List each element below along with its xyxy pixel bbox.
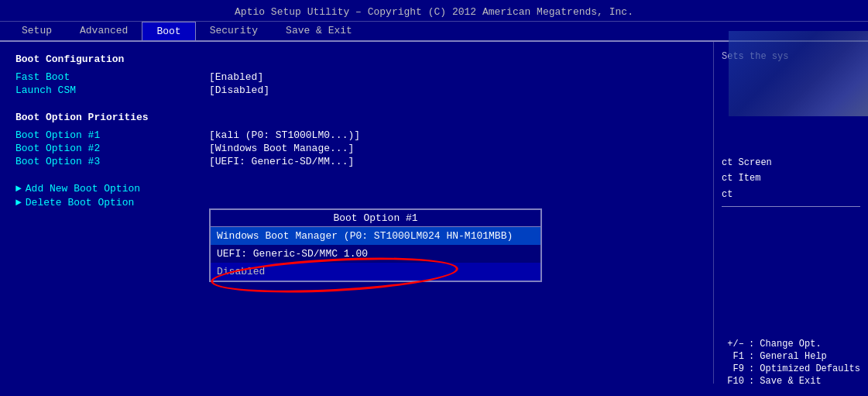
launch-csm-label: Launch CSM bbox=[15, 84, 209, 96]
boot-option-3-value[interactable]: [UEFI: Generic-SD/MM...] bbox=[209, 156, 354, 167]
boot-option-1-value[interactable]: [kali (P0: ST1000LM0...)] bbox=[209, 129, 360, 141]
fast-boot-label: Fast Boot bbox=[15, 71, 209, 83]
delete-boot-option-label: Delete Boot Option bbox=[26, 197, 134, 208]
boot-option-1-label: Boot Option #1 bbox=[15, 129, 209, 141]
fast-boot-row: Fast Boot [Enabled] bbox=[15, 71, 698, 83]
right-labels: ct Screen ct Item ct bbox=[722, 155, 860, 202]
key-row-1: F1 : General Help bbox=[717, 351, 860, 362]
right-label-1: ct Screen bbox=[722, 155, 860, 170]
key-name-2: F9 bbox=[717, 363, 744, 374]
boot-option-1-row: Boot Option #1 [kali (P0: ST1000LM0...)] bbox=[15, 129, 698, 141]
key-hints: +/– : Change Opt. F1 : General Help F9 :… bbox=[717, 339, 860, 388]
right-label-3: ct bbox=[722, 187, 860, 202]
key-desc-0: : Change Opt. bbox=[749, 339, 822, 350]
launch-csm-row: Launch CSM [Disabled] bbox=[15, 84, 698, 96]
title-text: Aptio Setup Utility – Copyright (C) 2012… bbox=[235, 6, 633, 18]
tab-save-exit[interactable]: Save & Exit bbox=[272, 22, 366, 40]
arrow-icon-delete: ► bbox=[15, 197, 22, 208]
boot-option-dropdown: Boot Option #1 Windows Boot Manager (P0:… bbox=[209, 208, 542, 282]
tab-advanced[interactable]: Advanced bbox=[66, 22, 142, 40]
right-divider bbox=[722, 206, 860, 207]
key-row-3: F10 : Save & Exit bbox=[717, 376, 860, 387]
boot-priorities-title: Boot Option Priorities bbox=[15, 112, 698, 123]
add-boot-option-label: Add New Boot Option bbox=[26, 183, 140, 195]
dropdown-title: Boot Option #1 bbox=[211, 210, 540, 227]
boot-option-2-value[interactable]: [Windows Boot Manage...] bbox=[209, 143, 354, 154]
decorative-image bbox=[729, 31, 868, 116]
add-boot-option-item[interactable]: ► Add New Boot Option bbox=[15, 183, 698, 195]
key-desc-2: : Optimized Defaults bbox=[749, 363, 860, 374]
arrow-icon-add: ► bbox=[15, 183, 22, 195]
dropdown-option-0[interactable]: Windows Boot Manager (P0: ST1000LM024 HN… bbox=[211, 227, 540, 245]
key-name-3: F10 bbox=[717, 376, 744, 387]
boot-option-3-label: Boot Option #3 bbox=[15, 156, 209, 167]
boot-config-title: Boot Configuration bbox=[15, 53, 698, 65]
dropdown-option-1[interactable]: UEFI: Generic-SD/MMC 1.00 bbox=[211, 245, 540, 263]
main-content: Boot Configuration Fast Boot [Enabled] L… bbox=[0, 42, 868, 384]
tab-security[interactable]: Security bbox=[196, 22, 272, 40]
boot-option-2-label: Boot Option #2 bbox=[15, 143, 209, 154]
boot-option-2-row: Boot Option #2 [Windows Boot Manage...] bbox=[15, 143, 698, 154]
delete-boot-option-item[interactable]: ► Delete Boot Option bbox=[15, 197, 698, 208]
key-name-1: F1 bbox=[717, 351, 744, 362]
launch-csm-value[interactable]: [Disabled] bbox=[209, 84, 269, 96]
key-desc-1: : General Help bbox=[749, 351, 827, 362]
right-panel: Sets the sys ct Screen ct Item ct +/– : … bbox=[713, 42, 868, 384]
left-panel: Boot Configuration Fast Boot [Enabled] L… bbox=[0, 42, 713, 384]
key-row-2: F9 : Optimized Defaults bbox=[717, 363, 860, 374]
boot-option-3-row: Boot Option #3 [UEFI: Generic-SD/MM...] bbox=[15, 156, 698, 167]
tab-setup[interactable]: Setup bbox=[8, 22, 66, 40]
key-row-0: +/– : Change Opt. bbox=[717, 339, 860, 350]
key-desc-3: : Save & Exit bbox=[749, 376, 822, 387]
key-name-0: +/– bbox=[717, 339, 744, 350]
right-label-2: ct Item bbox=[722, 170, 860, 186]
dropdown-option-2[interactable]: Disabled bbox=[211, 263, 540, 281]
fast-boot-value[interactable]: [Enabled] bbox=[209, 71, 263, 83]
title-bar: Aptio Setup Utility – Copyright (C) 2012… bbox=[0, 0, 868, 22]
tab-boot[interactable]: Boot bbox=[142, 22, 195, 40]
